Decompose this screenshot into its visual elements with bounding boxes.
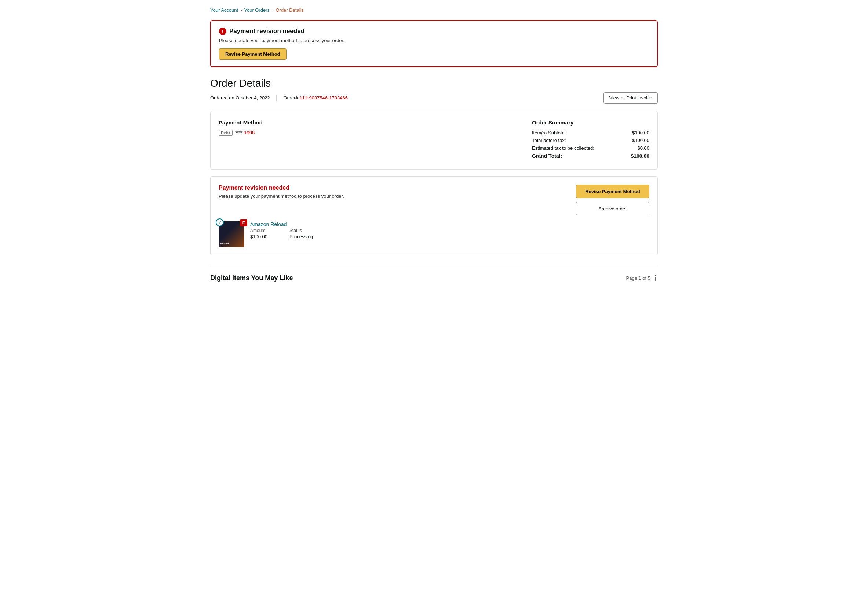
breadcrumb-sep-2: › [272,7,273,13]
check-badge: ✓ [216,218,224,227]
payment-summary-row: Payment Method Debit **** 1998 Order Sum… [219,119,649,161]
order-prefix: Order# [283,95,298,100]
grand-total-value: $100.00 [631,153,649,159]
breadcrumb-current: Order Details [276,7,304,13]
summary-tax-row: Estimated tax to be collected: $0.00 [532,145,649,151]
revise-payment-top-button[interactable]: Revise Payment Method [219,48,286,60]
pagination-row: Page 1 of 5 [626,274,658,282]
revision-card-description: Please update your payment method to pro… [219,193,344,199]
revision-card-left: Payment revision needed Please update yo… [219,185,344,199]
revise-payment-button[interactable]: Revise Payment Method [576,185,649,198]
f-badge: F [240,219,247,227]
subtotal-value: $100.00 [632,130,649,136]
order-meta-left: Ordered on October 4, 2022 | Order# 111-… [210,94,348,102]
pagination-menu-button[interactable] [653,274,658,282]
payment-method-section: Payment Method Debit **** 1998 [219,119,517,161]
breadcrumb: Your Account › Your Orders › Order Detai… [210,7,658,13]
revision-card-top: Payment revision needed Please update yo… [219,185,649,215]
item-amount-status: Amount $100.00 Status Processing [250,227,649,239]
item-row: reload ✓ F Amazon Reload Amount $100.00 … [219,221,649,247]
banner-title-text: Payment revision needed [229,27,304,35]
before-tax-label: Total before tax: [532,138,566,143]
order-number: 111-9037546-1703466 [299,95,348,100]
revision-card-title: Payment revision needed [219,185,344,191]
breadcrumb-orders[interactable]: Your Orders [244,7,270,13]
item-details: Amazon Reload Amount $100.00 Status Proc… [250,221,649,239]
tax-label-wrap: Estimated tax to be collected: [532,145,594,151]
dot-3 [655,280,656,281]
before-tax-value: $100.00 [632,138,649,143]
dot-2 [655,277,656,279]
view-invoice-button[interactable]: View or Print invoice [604,92,658,103]
page-title: Order Details [210,78,658,89]
summary-before-tax-row: Total before tax: $100.00 [532,138,649,143]
amount-col: Amount $100.00 [250,227,267,239]
meta-sep: | [276,94,278,102]
card-last-digits: 1998 [244,130,255,136]
item-name-link[interactable]: Amazon Reload [250,221,287,227]
card-info: Debit **** 1998 [219,130,517,136]
ordered-on: Ordered on October 4, 2022 [210,95,270,100]
payment-method-title: Payment Method [219,119,517,126]
amount-value: $100.00 [250,234,267,239]
pagination-text: Page 1 of 5 [626,275,651,281]
banner-title-row: ! Payment revision needed [219,27,649,35]
item-img-text: reload [220,242,229,245]
grand-total-label: Grand Total: [532,153,562,159]
alert-icon: ! [219,27,226,35]
summary-subtotal-row: Item(s) Subtotal: $100.00 [532,130,649,136]
order-summary-section: Order Summary Item(s) Subtotal: $100.00 … [532,119,649,161]
payment-summary-card: Payment Method Debit **** 1998 Order Sum… [210,111,658,170]
subtotal-label: Item(s) Subtotal: [532,130,567,136]
status-col: Status Processing [289,227,313,239]
status-label: Status [289,228,302,233]
top-payment-banner: ! Payment revision needed Please update … [210,20,658,67]
item-thumbnail: reload ✓ F [219,221,244,247]
revision-item-card: Payment revision needed Please update yo… [210,176,658,256]
debit-badge: Debit [219,130,233,136]
digital-items-title: Digital Items You May Like [210,274,293,282]
estimated-tax-label: Estimated tax to be collected: [532,145,594,151]
card-stars: **** [235,130,243,136]
status-value: Processing [289,234,313,239]
archive-order-button[interactable]: Archive order [576,202,649,215]
summary-grand-total-row: Grand Total: $100.00 [532,153,649,159]
footer-section: Digital Items You May Like Page 1 of 5 [210,266,658,282]
breadcrumb-account[interactable]: Your Account [210,7,238,13]
order-number-label: Order# 111-9037546-1703466 [283,95,348,100]
banner-description: Please update your payment method to pro… [219,38,649,43]
order-summary-title: Order Summary [532,119,649,126]
dot-1 [655,275,656,277]
estimated-tax-value: $0.00 [637,145,649,151]
revision-card-right: Revise Payment Method Archive order [576,185,649,215]
order-meta-row: Ordered on October 4, 2022 | Order# 111-… [210,92,658,103]
breadcrumb-sep-1: › [240,7,242,13]
amount-label: Amount [250,228,265,233]
